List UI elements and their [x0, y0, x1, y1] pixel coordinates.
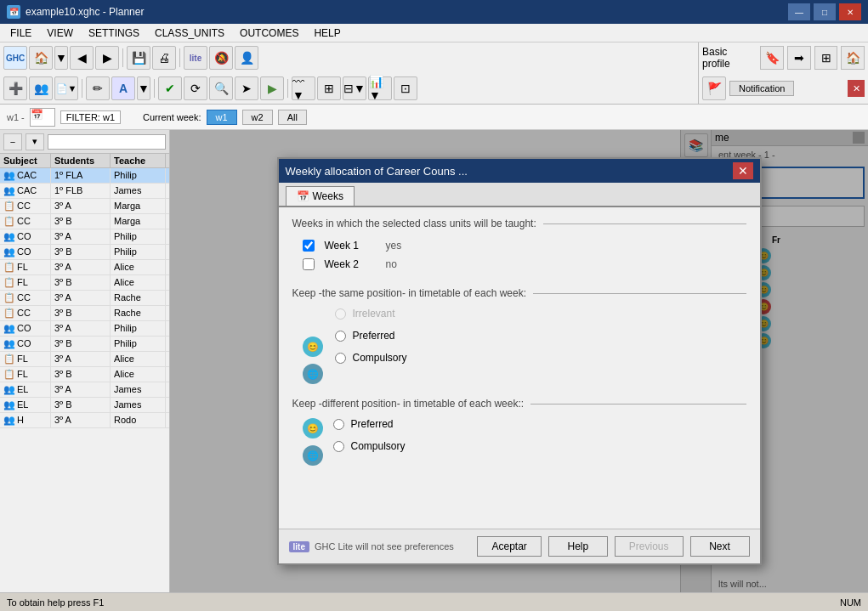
- back-btn[interactable]: ◀: [70, 46, 94, 70]
- left-search-box[interactable]: [48, 134, 166, 150]
- section-same-position: Keep -the same position- in timetable of…: [292, 287, 746, 384]
- table-row[interactable]: 📋CC 3º A Rache: [0, 291, 169, 306]
- dropdown-arrow[interactable]: ▼: [54, 46, 68, 70]
- menu-view[interactable]: VIEW: [40, 25, 80, 41]
- table-row[interactable]: 📋CC 3º B Rache: [0, 306, 169, 321]
- check-btn[interactable]: ✔: [158, 76, 182, 100]
- radio-preferred-same-input[interactable]: [335, 331, 346, 342]
- nav-grid[interactable]: ⊞: [814, 46, 838, 70]
- tab-weeks-label: Weeks: [313, 190, 343, 202]
- lite-badge: lite: [289, 541, 309, 552]
- ghc-logo-btn[interactable]: GHC: [3, 46, 27, 70]
- table-row[interactable]: 📋FL 3º A Alice: [0, 352, 169, 367]
- misc-btn[interactable]: ⊡: [394, 76, 417, 100]
- group-add-btn[interactable]: 👥: [29, 76, 53, 100]
- user-btn[interactable]: 👤: [235, 46, 258, 70]
- profile-icon[interactable]: 🔖: [760, 46, 784, 70]
- radio-irrelevant-input[interactable]: [335, 308, 346, 320]
- week-btn-w2[interactable]: w2: [242, 110, 273, 125]
- home-btn[interactable]: 🏠: [29, 46, 53, 70]
- help-button[interactable]: Help: [548, 536, 608, 557]
- aceptar-button[interactable]: Aceptar: [477, 536, 541, 557]
- table-row[interactable]: 👥CAC 1º FLA Philip: [0, 168, 169, 184]
- radio-preferred-diff-input[interactable]: [333, 419, 344, 430]
- play-btn[interactable]: ▶: [260, 76, 284, 100]
- sound-btn[interactable]: 🔕: [209, 46, 233, 70]
- diff-compulsory-icon: 🌐: [303, 445, 323, 466]
- minimize-button[interactable]: —: [788, 3, 810, 20]
- week-btn-all[interactable]: All: [278, 110, 307, 125]
- menu-outcomes[interactable]: OUTCOMES: [233, 25, 305, 41]
- next-button[interactable]: Next: [690, 536, 750, 557]
- subject-table: Subject Students Teache 👥CAC 1º FLA Phil…: [0, 154, 169, 592]
- chart-btn[interactable]: 📊▼: [368, 76, 392, 100]
- radio-preferred-same: Preferred: [335, 328, 407, 343]
- lite-btn[interactable]: lite: [184, 46, 207, 70]
- left-minus-btn[interactable]: −: [3, 133, 22, 150]
- edit-btn[interactable]: ✏: [86, 76, 110, 100]
- tab-weeks[interactable]: 📅 Weeks: [286, 186, 355, 206]
- doc-btn[interactable]: 📄▼: [54, 76, 78, 100]
- print-btn[interactable]: 🖨: [152, 46, 176, 70]
- modal-title-bar: Weekly allocation of Career Couns ... ✕: [279, 159, 760, 183]
- search-btn[interactable]: 🔍: [209, 76, 233, 100]
- w1-label: w1 -: [7, 112, 25, 122]
- table-row[interactable]: 👥CO 3º B Philip: [0, 245, 169, 260]
- filter-row: w1 - 📅 FILTER: w1 Current week: w1 w2 Al…: [0, 105, 868, 130]
- table-row[interactable]: 👥EL 3º A James: [0, 382, 169, 398]
- grid-btn[interactable]: ⊞: [317, 76, 341, 100]
- menu-help[interactable]: HELP: [307, 25, 347, 41]
- calendar-icon[interactable]: 📅: [30, 108, 55, 127]
- home-right-btn[interactable]: 🏠: [841, 46, 865, 70]
- previous-button[interactable]: Previous: [615, 536, 684, 557]
- notification-area: 🚩 Notification ✕: [698, 73, 868, 104]
- close-button[interactable]: ✕: [839, 3, 861, 20]
- grid2-btn[interactable]: ⊟▼: [343, 76, 366, 100]
- table-row[interactable]: 👥EL 3º B James: [0, 398, 169, 413]
- table-row[interactable]: 📋FL 3º B Alice: [0, 367, 169, 382]
- table-row[interactable]: 👥CO 3º B Philip: [0, 337, 169, 352]
- save-btn[interactable]: 💾: [127, 46, 150, 70]
- forward-btn[interactable]: ▶: [95, 46, 119, 70]
- radio-compulsory-diff-label: Compulsory: [351, 440, 406, 452]
- menu-settings[interactable]: SETTINGS: [82, 25, 146, 41]
- week-row-1: Week 1 yes: [292, 236, 746, 255]
- font-btn[interactable]: A: [111, 76, 135, 100]
- week1-checkbox[interactable]: [303, 240, 315, 252]
- table-row[interactable]: 👥H 3º A Rodo: [0, 413, 169, 428]
- restore-button[interactable]: □: [814, 3, 836, 20]
- flag-btn[interactable]: 🚩: [702, 76, 726, 100]
- radio-compulsory-diff-input[interactable]: [333, 441, 344, 452]
- nav-arrow-right[interactable]: ➡: [787, 46, 811, 70]
- table-row[interactable]: 📋CC 3º B Marga: [0, 214, 169, 229]
- app-icon: 📅: [7, 5, 20, 19]
- menu-class-units[interactable]: CLASS_UNITS: [148, 25, 231, 41]
- menu-file[interactable]: FILE: [3, 25, 38, 41]
- week2-label: Week 2: [325, 258, 376, 270]
- modal-close-button[interactable]: ✕: [733, 162, 753, 179]
- radio-compulsory-diff: Compulsory: [333, 438, 406, 454]
- radio-preferred-same-label: Preferred: [353, 330, 395, 342]
- week-btn-w1[interactable]: w1: [207, 110, 237, 125]
- table-row[interactable]: 📋FL 3º B Alice: [0, 275, 169, 291]
- font-dropdown[interactable]: ▼: [137, 76, 150, 100]
- table-row[interactable]: 📋FL 3º A Alice: [0, 260, 169, 275]
- modal-tab-bar: 📅 Weeks: [279, 183, 760, 207]
- add-btn[interactable]: ➕: [3, 76, 27, 100]
- table-row[interactable]: 📋CC 3º A Marga: [0, 199, 169, 214]
- table-row[interactable]: 👥CAC 1º FLB James: [0, 184, 169, 199]
- wave-btn[interactable]: 〰▼: [292, 76, 315, 100]
- week2-checkbox[interactable]: [303, 258, 315, 270]
- center-pane: me ent week - 1 - CAC º FLA ?: [170, 130, 868, 592]
- table-row[interactable]: 👥CO 3º A Philip: [0, 321, 169, 337]
- left-filter-btn[interactable]: ▾: [26, 133, 44, 150]
- radio-compulsory-same: Compulsory: [335, 350, 407, 365]
- filter-btn[interactable]: ⟳: [184, 76, 207, 100]
- notification-close-btn[interactable]: ✕: [848, 80, 865, 97]
- radio-preferred-diff: Preferred: [333, 416, 406, 432]
- section-diff-position: Keep -different position- in timetable o…: [292, 398, 746, 466]
- radio-irrelevant: Irrelevant: [335, 306, 407, 321]
- radio-compulsory-same-input[interactable]: [335, 353, 346, 364]
- table-row[interactable]: 👥CO 3º A Philip: [0, 229, 169, 245]
- arrow-btn[interactable]: ➤: [235, 76, 258, 100]
